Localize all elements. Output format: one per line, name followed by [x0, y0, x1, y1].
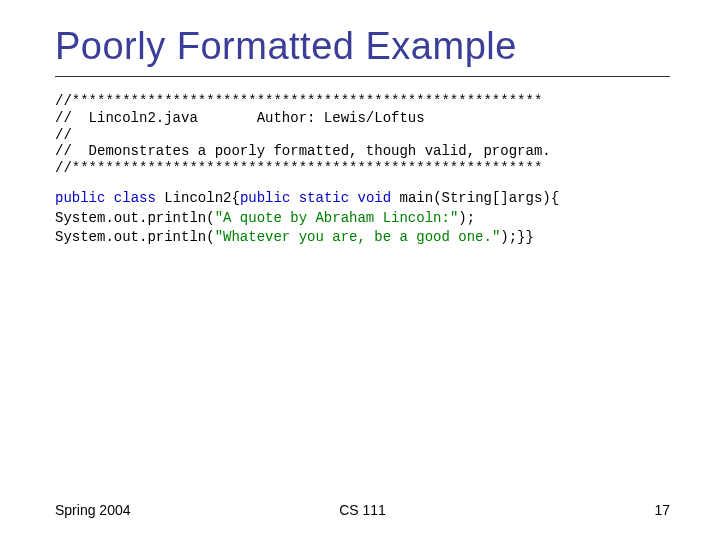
space	[156, 190, 164, 206]
println-1a: System.out.println(	[55, 210, 215, 226]
space	[105, 190, 113, 206]
println-2a: System.out.println(	[55, 229, 215, 245]
kw-public-2: public	[240, 190, 290, 206]
title-rule	[55, 76, 670, 77]
kw-class: class	[114, 190, 156, 206]
footer-left: Spring 2004	[55, 502, 131, 518]
comment-line-4: // Demonstrates a poorly formatted, thou…	[55, 143, 551, 159]
footer-center: CS 111	[55, 502, 670, 518]
slide: Poorly Formatted Example //*************…	[0, 0, 720, 540]
kw-void: void	[358, 190, 392, 206]
class-name: Lincoln2{	[164, 190, 240, 206]
space	[391, 190, 399, 206]
main-head: main(String[]args){	[400, 190, 560, 206]
footer-right: 17	[654, 502, 670, 518]
comment-line-3: //	[55, 127, 72, 143]
space	[349, 190, 357, 206]
footer: Spring 2004 CS 111 17	[55, 502, 670, 518]
string-2: "Whatever you are, be a good one."	[215, 229, 501, 245]
comment-line-1: //**************************************…	[55, 93, 542, 109]
string-1: "A quote by Abraham Lincoln:"	[215, 210, 459, 226]
slide-title: Poorly Formatted Example	[55, 25, 670, 68]
space	[290, 190, 298, 206]
kw-public-1: public	[55, 190, 105, 206]
kw-static: static	[299, 190, 349, 206]
comment-line-5: //**************************************…	[55, 160, 542, 176]
comment-line-2: // Lincoln2.java Author: Lewis/Loftus	[55, 110, 425, 126]
comment-block: //**************************************…	[55, 93, 670, 177]
println-2b: );}}	[500, 229, 534, 245]
code-body: public class Lincoln2{public static void…	[55, 189, 670, 248]
println-1b: );	[458, 210, 475, 226]
